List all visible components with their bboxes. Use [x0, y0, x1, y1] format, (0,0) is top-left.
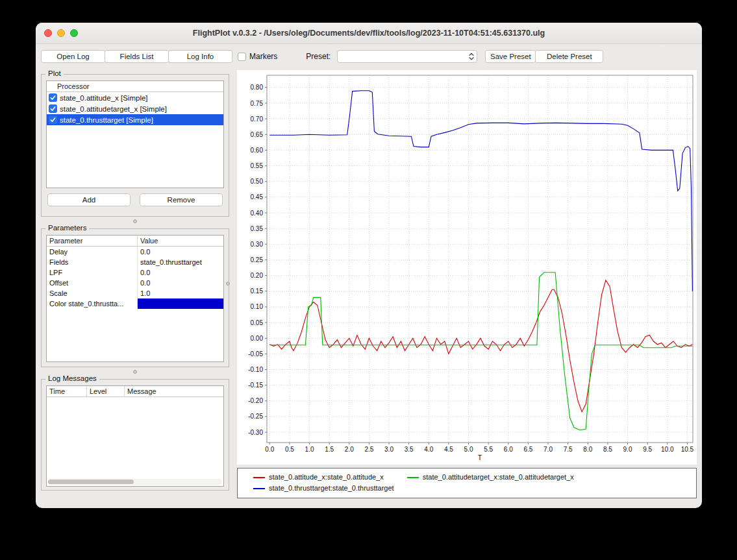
svg-text:0.05: 0.05	[251, 319, 264, 326]
left-panel: Plot Processor state_0.attitude_x [Simpl…	[41, 69, 229, 506]
param-row[interactable]: Scale 1.0	[47, 288, 223, 298]
preset-combobox[interactable]	[337, 50, 477, 63]
main-content: Plot Processor state_0.attitude_x [Simpl…	[36, 67, 702, 508]
checkbox-checked-icon[interactable]	[49, 104, 57, 113]
plot-panel: Plot Processor state_0.attitude_x [Simpl…	[41, 74, 229, 217]
param-name: Offset	[47, 278, 138, 288]
param-value[interactable]	[138, 298, 223, 309]
plot-row-label: state_0.attitudetarget_x [Simple]	[60, 105, 167, 113]
fields-list-button[interactable]: Fields List	[105, 50, 169, 63]
svg-text:3.0: 3.0	[384, 446, 393, 453]
param-row[interactable]: Fields state_0.thrusttarget	[47, 257, 223, 267]
splitter-handle-icon	[133, 219, 137, 223]
svg-text:0.60: 0.60	[251, 147, 264, 154]
toolbar-button-group: Open Log Fields List Log Info	[41, 50, 232, 63]
parameters-table-header: Parameter Value	[47, 236, 223, 247]
param-value[interactable]: 0.0	[138, 247, 223, 257]
param-value[interactable]: state_0.thrusttarget	[138, 257, 223, 267]
svg-text:0.20: 0.20	[251, 272, 264, 279]
level-column-header[interactable]: Level	[87, 386, 125, 396]
remove-button[interactable]: Remove	[140, 193, 223, 206]
svg-text:-0.10: -0.10	[248, 366, 263, 373]
minimize-window-button[interactable]	[57, 29, 65, 37]
param-value[interactable]: 0.0	[138, 278, 223, 288]
preset-label: Preset:	[306, 52, 331, 61]
legend-row: state_0.attitude_x:state_0.attitude_x st…	[253, 472, 691, 483]
svg-text:0.55: 0.55	[251, 162, 264, 169]
svg-text:0.45: 0.45	[251, 193, 264, 201]
svg-text:10.5: 10.5	[681, 446, 694, 453]
log-info-button[interactable]: Log Info	[168, 50, 232, 63]
processor-column-header[interactable]: Processor	[47, 81, 223, 91]
save-preset-button[interactable]: Save Preset	[485, 50, 536, 63]
svg-text:0.5: 0.5	[285, 446, 294, 453]
chevron-up-down-icon	[466, 51, 477, 62]
horizontal-scrollbar-thumb[interactable]	[48, 480, 134, 484]
svg-text:-0.30: -0.30	[248, 429, 263, 436]
svg-text:-0.25: -0.25	[248, 413, 263, 420]
blue-line-sample-icon	[253, 488, 265, 489]
log-messages-panel: Log Messages Time Level Message	[41, 379, 229, 491]
close-window-button[interactable]	[44, 29, 52, 37]
svg-text:5.0: 5.0	[464, 446, 473, 453]
param-value[interactable]: 1.0	[138, 288, 223, 298]
legend-label: state_0.thrusttarget:state_0.thrusttarge…	[269, 483, 394, 494]
log-table-header: Time Level Message	[47, 386, 223, 397]
parameters-table: Parameter Value Delay 0.0 Fields state_0…	[46, 235, 224, 362]
legend-row: state_0.thrusttarget:state_0.thrusttarge…	[253, 483, 691, 494]
splitter-handle-icon	[133, 370, 137, 374]
svg-text:0.00: 0.00	[251, 335, 264, 342]
window-title: FlightPlot v.0.3.2 - /Users/oleg/Documen…	[193, 29, 545, 38]
color-swatch[interactable]	[138, 298, 223, 309]
param-value[interactable]: 0.0	[138, 267, 223, 278]
param-row[interactable]: Color state_0.thrustta...	[47, 298, 223, 309]
param-name: Delay	[47, 247, 138, 257]
chart-legend: state_0.attitude_x:state_0.attitude_x st…	[237, 468, 697, 498]
delete-preset-button[interactable]: Delete Preset	[535, 50, 603, 63]
svg-text:0.0: 0.0	[265, 446, 274, 453]
svg-text:0.35: 0.35	[251, 225, 264, 232]
markers-checkbox-group: Markers	[238, 52, 277, 61]
toolbar: Open Log Fields List Log Info Markers Pr…	[36, 44, 702, 67]
log-messages-panel-title: Log Messages	[45, 374, 99, 382]
param-row[interactable]: Delay 0.0	[47, 247, 223, 257]
horizontal-scrollbar[interactable]	[48, 479, 222, 485]
zoom-window-button[interactable]	[70, 29, 78, 37]
checkbox-checked-icon[interactable]	[49, 116, 57, 124]
legend-item: state_0.attitude_x:state_0.attitude_x	[253, 472, 384, 483]
parameter-column-header[interactable]: Parameter	[47, 236, 138, 246]
markers-checkbox[interactable]	[238, 53, 246, 61]
plot-table-header: Processor	[47, 81, 223, 92]
preset-action-group: Save Preset Delete Preset	[481, 50, 603, 63]
value-column-header[interactable]: Value	[138, 236, 223, 246]
title-bar: FlightPlot v.0.3.2 - /Users/oleg/Documen…	[36, 23, 702, 44]
svg-text:0.30: 0.30	[251, 241, 264, 248]
svg-text:9.5: 9.5	[643, 446, 652, 453]
chart-canvas[interactable]: 0.00.51.01.52.02.53.03.54.04.55.05.56.06…	[237, 70, 697, 462]
plot-list-row[interactable]: state_0.attitudetarget_x [Simple]	[47, 103, 223, 114]
param-row[interactable]: LPF 0.0	[47, 267, 223, 278]
add-button[interactable]: Add	[47, 193, 131, 206]
svg-text:0.40: 0.40	[251, 210, 264, 217]
svg-text:4.5: 4.5	[444, 446, 453, 453]
param-name: Scale	[47, 288, 138, 298]
message-column-header[interactable]: Message	[125, 386, 223, 396]
svg-text:0.75: 0.75	[251, 100, 264, 107]
log-messages-table: Time Level Message	[46, 385, 224, 487]
svg-text:8.5: 8.5	[603, 446, 612, 453]
checkbox-checked-icon[interactable]	[49, 93, 57, 102]
plot-list-row[interactable]: state_0.thrusttarget [Simple]	[47, 114, 223, 125]
svg-text:8.0: 8.0	[583, 446, 592, 453]
svg-text:5.5: 5.5	[484, 446, 493, 453]
param-name: Fields	[47, 257, 138, 267]
parameters-panel-title: Parameters	[45, 224, 89, 232]
svg-text:-0.05: -0.05	[248, 350, 263, 358]
svg-text:3.5: 3.5	[405, 446, 414, 453]
time-column-header[interactable]: Time	[47, 386, 87, 396]
svg-text:-0.20: -0.20	[248, 397, 263, 404]
svg-text:1.5: 1.5	[325, 446, 334, 453]
param-row[interactable]: Offset 0.0	[47, 278, 223, 288]
open-log-button[interactable]: Open Log	[41, 50, 105, 63]
plot-list-row[interactable]: state_0.attitude_x [Simple]	[47, 92, 223, 103]
chart-panel: 0.00.51.01.52.02.53.03.54.04.55.05.56.06…	[237, 69, 697, 506]
